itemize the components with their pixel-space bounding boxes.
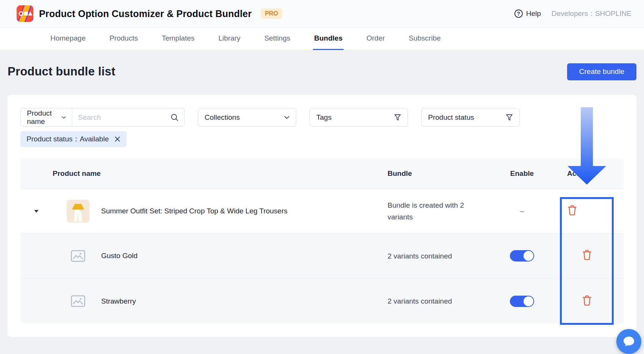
chevron-down-icon [284, 116, 289, 119]
app-logo-icon [17, 5, 33, 22]
enable-toggle-on[interactable] [510, 250, 534, 262]
developers-label: Developers： [552, 9, 595, 17]
developers-link[interactable]: Developers：SHOPLINE [552, 9, 631, 19]
delete-trash-icon[interactable] [582, 250, 592, 260]
column-header-bundle: Bundle [388, 169, 508, 178]
tags-label: Tags [316, 113, 331, 122]
tags-filter[interactable]: Tags [309, 108, 408, 127]
tab-settings[interactable]: Settings [263, 28, 292, 50]
table-row: Strawberry 2 variants contained [20, 278, 624, 324]
close-icon[interactable] [114, 136, 120, 142]
enable-toggle-on[interactable] [510, 296, 534, 307]
chevron-down-icon [62, 116, 66, 119]
search-input-wrap [72, 108, 184, 126]
table-row: Gusto Gold 2 variants contained [20, 233, 624, 278]
image-placeholder-icon [67, 244, 89, 267]
tab-homepage[interactable]: Homepage [49, 28, 87, 50]
product-name: Strawberry [101, 297, 136, 305]
product-name: Summer Outfit Set: Striped Crop Top & Wi… [101, 207, 288, 215]
delete-trash-icon[interactable] [582, 295, 592, 306]
help-label: Help [526, 9, 541, 18]
column-header-product-name: Product name [20, 169, 388, 178]
column-header-action: Action [536, 169, 624, 178]
main-nav: Homepage Products Templates Library Sett… [0, 27, 644, 50]
pro-badge: PRO [261, 8, 282, 19]
top-app-bar: Product Option Customizer & Product Bund… [0, 0, 644, 27]
search-input[interactable] [78, 113, 171, 122]
bundle-info: 2 variants contained [388, 295, 480, 307]
product-thumbnail [67, 200, 89, 222]
chat-bubble-icon [623, 336, 635, 347]
bundle-info: Bundle is created with 2 variants [388, 199, 480, 223]
expand-caret-icon[interactable] [34, 210, 39, 213]
product-name: Gusto Gold [101, 252, 138, 260]
app-title: Product Option Customizer & Product Bund… [39, 8, 252, 19]
tab-library[interactable]: Library [217, 28, 242, 50]
search-field-selector[interactable]: Product name [21, 108, 72, 126]
create-bundle-button[interactable]: Create bundle [567, 63, 636, 80]
active-filter-chip: Product status：Available [20, 131, 127, 147]
bundle-table: Product name Bundle Enable Action [20, 158, 624, 324]
tab-products[interactable]: Products [108, 28, 139, 50]
chat-widget-button[interactable] [616, 329, 641, 354]
developers-value: SHOPLINE [595, 9, 631, 17]
table-header-row: Product name Bundle Enable Action [20, 158, 624, 189]
image-placeholder-icon [67, 290, 89, 313]
collections-dropdown[interactable]: Collections [198, 108, 296, 127]
tab-order[interactable]: Order [365, 28, 386, 50]
search-field-selector-value: Product name [27, 109, 62, 126]
product-status-filter[interactable]: Product status [421, 108, 520, 127]
column-header-enable: Enable [508, 169, 536, 178]
delete-trash-icon[interactable] [567, 205, 577, 216]
funnel-icon [394, 114, 401, 121]
table-row: Summer Outfit Set: Striped Crop Top & Wi… [20, 189, 624, 233]
page-title: Product bundle list [8, 65, 116, 78]
collections-label: Collections [205, 113, 240, 122]
bundle-list-card: Product name Collections Tags Product st… [8, 95, 636, 337]
tab-bundles[interactable]: Bundles [313, 28, 344, 50]
bundle-info: 2 variants contained [388, 250, 480, 262]
filter-bar: Product name Collections Tags Product st… [20, 108, 624, 127]
help-button[interactable]: ? Help [514, 9, 541, 18]
tab-templates[interactable]: Templates [161, 28, 196, 50]
funnel-icon [506, 114, 513, 121]
tab-subscribe[interactable]: Subscribe [408, 28, 442, 50]
enable-placeholder-dash: – [520, 207, 524, 215]
search-filter-group: Product name [20, 108, 184, 127]
question-circle-icon: ? [514, 9, 523, 18]
active-filter-chip-label: Product status：Available [27, 134, 109, 144]
search-icon [171, 114, 178, 121]
product-status-label: Product status [428, 113, 474, 122]
